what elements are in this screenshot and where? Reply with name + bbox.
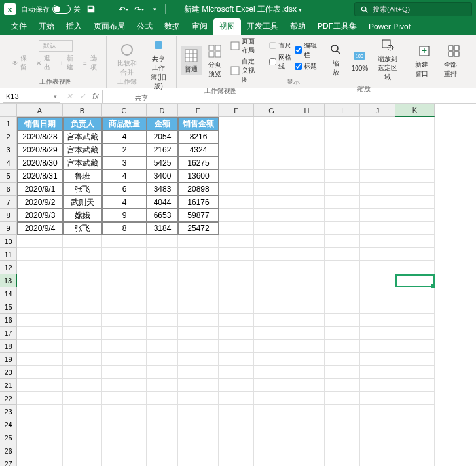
row-header[interactable]: 27 xyxy=(0,457,17,466)
cell[interactable] xyxy=(254,392,289,405)
cell[interactable]: 5425 xyxy=(147,156,178,170)
cell[interactable]: 8216 xyxy=(178,130,219,143)
cell[interactable] xyxy=(219,366,254,379)
cell[interactable] xyxy=(254,261,289,274)
cell[interactable] xyxy=(17,300,63,314)
cell[interactable]: 宫本武藏 xyxy=(63,156,102,170)
cell[interactable] xyxy=(102,314,147,327)
cell[interactable]: 负责人 xyxy=(63,117,102,130)
cell[interactable] xyxy=(395,156,435,170)
cell[interactable] xyxy=(325,418,360,431)
cell[interactable] xyxy=(395,261,435,274)
cell[interactable] xyxy=(289,222,325,235)
cell[interactable] xyxy=(219,274,254,287)
cell[interactable] xyxy=(178,327,219,340)
cell[interactable] xyxy=(254,431,289,444)
row-header[interactable]: 22 xyxy=(0,392,17,405)
cell[interactable] xyxy=(219,300,254,314)
row-header[interactable]: 16 xyxy=(0,314,17,327)
cell[interactable]: 2020/8/30 xyxy=(17,156,63,170)
cell[interactable]: 嫦娥 xyxy=(63,209,102,222)
cell[interactable] xyxy=(219,379,254,392)
cell[interactable] xyxy=(178,274,219,287)
cell[interactable] xyxy=(289,117,325,130)
cell[interactable] xyxy=(289,418,325,431)
cell[interactable]: 2 xyxy=(102,143,147,156)
redo-icon[interactable]: ↷ ▾ xyxy=(134,4,144,14)
cell[interactable] xyxy=(147,287,178,300)
cell[interactable] xyxy=(178,235,219,248)
row-header[interactable]: 23 xyxy=(0,405,17,418)
cell[interactable] xyxy=(178,353,219,366)
cell[interactable] xyxy=(63,274,102,287)
row-header[interactable]: 1 xyxy=(0,117,17,130)
cell[interactable] xyxy=(360,444,395,457)
pagelayout-button[interactable]: 页面布局 xyxy=(228,36,261,56)
cell[interactable] xyxy=(63,261,102,274)
cell[interactable] xyxy=(102,340,147,353)
col-header[interactable]: B xyxy=(63,104,102,117)
cell[interactable] xyxy=(395,248,435,261)
cell[interactable] xyxy=(63,235,102,248)
cell[interactable]: 20898 xyxy=(178,183,219,196)
cell[interactable] xyxy=(102,379,147,392)
cell[interactable] xyxy=(219,431,254,444)
cell[interactable]: 6 xyxy=(102,183,147,196)
col-header[interactable]: E xyxy=(178,104,219,117)
cell[interactable] xyxy=(325,457,360,466)
cell[interactable] xyxy=(254,353,289,366)
cell[interactable] xyxy=(63,248,102,261)
cell[interactable]: 宫本武藏 xyxy=(63,143,102,156)
zoom-selection-button[interactable]: 缩放到 选定区域 xyxy=(373,36,403,83)
cell[interactable] xyxy=(17,392,63,405)
row-header[interactable]: 9 xyxy=(0,222,17,235)
cell[interactable] xyxy=(360,143,395,156)
cell[interactable] xyxy=(178,261,219,274)
cell[interactable] xyxy=(254,209,289,222)
tab-审阅[interactable]: 审阅 xyxy=(186,18,213,35)
cell[interactable] xyxy=(395,340,435,353)
cell[interactable] xyxy=(17,457,63,466)
col-header[interactable]: I xyxy=(325,104,360,117)
cell[interactable] xyxy=(360,457,395,466)
gridlines-checkbox[interactable]: 网格线 xyxy=(269,53,291,71)
cell[interactable] xyxy=(219,196,254,209)
cell[interactable] xyxy=(325,353,360,366)
cell[interactable] xyxy=(102,353,147,366)
cell[interactable]: 2020/9/1 xyxy=(17,183,63,196)
cell[interactable] xyxy=(289,405,325,418)
cell[interactable] xyxy=(63,366,102,379)
row-header[interactable]: 25 xyxy=(0,431,17,444)
cell[interactable] xyxy=(325,274,360,287)
cell[interactable] xyxy=(360,431,395,444)
enter-formula-icon[interactable]: ✓ xyxy=(76,90,89,103)
cell[interactable] xyxy=(147,353,178,366)
cell[interactable] xyxy=(178,300,219,314)
col-header[interactable]: H xyxy=(289,104,325,117)
cell[interactable] xyxy=(178,287,219,300)
col-header[interactable]: J xyxy=(360,104,395,117)
cell[interactable] xyxy=(395,143,435,156)
cell[interactable] xyxy=(219,457,254,466)
col-header[interactable]: D xyxy=(147,104,178,117)
cell[interactable] xyxy=(325,340,360,353)
cell[interactable] xyxy=(289,143,325,156)
cell[interactable] xyxy=(325,379,360,392)
cell[interactable] xyxy=(325,431,360,444)
cell[interactable] xyxy=(178,405,219,418)
tab-文件[interactable]: 文件 xyxy=(5,18,33,35)
cell[interactable] xyxy=(147,261,178,274)
cell[interactable] xyxy=(254,274,289,287)
cell[interactable]: 9 xyxy=(102,209,147,222)
cell[interactable] xyxy=(254,366,289,379)
cell[interactable]: 6653 xyxy=(147,209,178,222)
cell[interactable] xyxy=(254,170,289,183)
cell[interactable] xyxy=(289,287,325,300)
cell[interactable] xyxy=(17,248,63,261)
cell[interactable]: 4044 xyxy=(147,196,178,209)
cell[interactable] xyxy=(17,444,63,457)
cell[interactable] xyxy=(17,405,63,418)
cell[interactable] xyxy=(254,222,289,235)
cell[interactable]: 商品数量 xyxy=(102,117,147,130)
cell[interactable] xyxy=(102,457,147,466)
